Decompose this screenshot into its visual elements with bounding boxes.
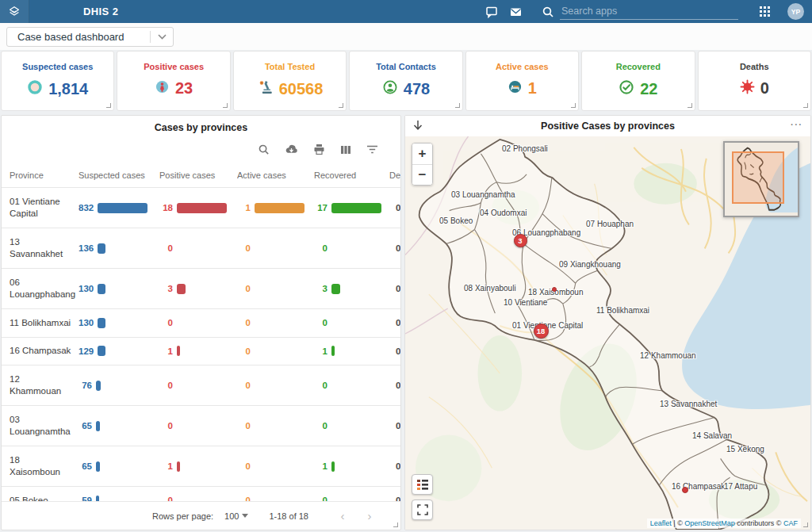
table-body: 01 Vientiane Capital83218117013 Savannak… [2,187,400,501]
stat-card-deaths[interactable]: Deaths0 [698,51,811,111]
map-province-label: 16 Champasak [672,482,725,491]
map-point-marker[interactable] [682,487,688,493]
table-row[interactable]: 06 Louangphabang1303030 [2,268,400,308]
stat-card-value: 0 [760,79,769,98]
stat-card-title: Recovered [616,62,661,71]
map-download-icon[interactable] [412,119,424,136]
dhis2-app: DHIS 2 YP Case based dashboard [0,0,812,532]
resize-handle[interactable] [339,103,343,108]
table-row[interactable]: 05 Bokeo590000 [2,486,400,501]
active-cell: 0 [237,318,314,327]
deaths-cell: 0 [389,461,400,471]
map-legend-button[interactable] [412,474,433,495]
suspected-bar [96,496,99,501]
column-header-active-cases[interactable]: Active cases [237,170,314,180]
resize-handle[interactable] [688,103,692,108]
map-province-label: 05 Bokeo [439,216,473,225]
column-header-recovered[interactable]: Recovered [314,170,389,180]
province-cell: 18 Xaisomboun [10,454,79,479]
table-toolbar [2,134,400,163]
zoom-out-button[interactable]: − [412,164,432,185]
deaths-cell: 0 [389,243,400,253]
next-page-button[interactable]: › [359,509,380,522]
map-province-label: 04 Oudomxai [480,209,527,217]
table-row[interactable]: 12 Khammouan760000 [2,365,400,405]
dhis2-logo[interactable] [0,0,29,23]
column-header-province[interactable]: Province [10,170,79,180]
osm-link[interactable]: OpenStreetMap [684,519,735,527]
table-title: Cases by provinces [2,116,400,134]
leaflet-link[interactable]: Leaflet [650,519,672,527]
recovered-bar [331,203,381,213]
zoom-in-button[interactable]: + [412,144,432,164]
table-row[interactable]: 16 Champasak1291010 [2,337,400,366]
table-filter-icon[interactable] [366,144,378,155]
active-cell: 0 [237,284,314,293]
stat-card-suspected-cases[interactable]: Suspected cases1,814 [1,51,114,111]
table-search-icon[interactable] [258,144,270,155]
search-input[interactable] [560,4,738,20]
suspected-bar [96,421,100,431]
table-row[interactable]: 18 Xaisomboun651010 [2,446,400,486]
deaths-cell: 0 [389,203,400,212]
ring-icon [27,79,43,98]
province-cell: 11 Bolikhamxai [10,317,79,330]
map-point-marker[interactable] [552,287,557,292]
map-cluster-marker[interactable]: 18 [534,323,549,339]
map-cluster-marker[interactable]: 3 [514,234,527,247]
map-attribution: Leaflet | © OpenStreetMap contributors ©… [647,519,801,528]
stat-card-active-cases[interactable]: Active cases1 [465,51,579,111]
stat-card-total-tested[interactable]: Total Tested60568 [233,51,347,111]
rows-per-page-select[interactable]: 100 [224,511,248,521]
stat-card-recovered[interactable]: Recovered22 [581,51,695,111]
table-row[interactable]: 03 Louangnamtha650000 [2,405,400,446]
province-cell: 16 Champasak [10,345,79,358]
resize-handle[interactable] [223,103,228,108]
resize-handle[interactable] [571,103,576,108]
resize-handle[interactable] [393,522,398,527]
province-cell: 03 Louangnamtha [10,414,79,438]
stat-card-title: Active cases [496,62,549,71]
app-search [542,4,738,20]
resize-handle[interactable] [803,522,808,527]
map-more-options-icon[interactable]: ... [790,115,802,128]
column-header-deaths[interactable]: Deaths [389,170,401,180]
column-header-positive-cases[interactable]: Positive cases [159,170,237,180]
map-province-label: 03 Louangnamtha [451,190,515,199]
apps-grid-icon[interactable] [753,0,776,23]
suspected-cell: 65 [79,461,159,472]
table-row[interactable]: 13 Savannakhet1360000 [2,228,400,268]
resize-handle[interactable] [803,103,808,108]
table-row[interactable]: 01 Vientiane Capital832181170 [2,187,400,228]
fullscreen-button[interactable] [412,499,433,520]
user-avatar[interactable]: YP [787,3,804,20]
stat-card-positive-cases[interactable]: Positive cases23 [117,51,230,111]
map-header: Positive Cases by provinces ... [405,116,810,136]
resize-handle[interactable] [106,103,111,108]
table-download-icon[interactable] [285,144,298,155]
leaflet-map[interactable]: 02 Phongsali03 Louangnamtha04 Oudomxai05… [405,136,810,530]
table-columns-icon[interactable] [340,144,351,155]
overview-minimap[interactable] [723,141,799,217]
stat-card-total-contacts[interactable]: Total Contacts478 [349,51,462,111]
table-row[interactable]: 11 Bolikhamxai1300000 [2,308,400,337]
resize-handle[interactable] [455,103,460,108]
table-print-icon[interactable] [313,144,325,155]
map-province-label: 02 Phongsali [502,144,548,153]
recovered-bar [331,461,335,472]
active-cell: 0 [237,421,314,431]
stat-card-value: 1 [528,79,537,98]
positive-cell: 1 [159,461,237,472]
caf-link[interactable]: CAF [783,519,798,527]
column-header-suspected-cases[interactable]: Suspected cases [79,170,159,180]
page-range-label: 1-18 of 18 [269,511,308,521]
rows-per-page-value: 100 [224,511,239,521]
previous-page-button[interactable]: ‹ [332,509,353,522]
recovered-cell: 17 [314,203,389,213]
map-province-label: 13 Savannakhet [660,400,717,408]
mail-icon[interactable] [504,0,527,23]
dropdown-arrow-icon [242,514,248,518]
dashboard-selector[interactable]: Case based dashboard [6,27,174,47]
active-cell: 0 [237,243,314,253]
messages-icon[interactable] [480,0,504,23]
